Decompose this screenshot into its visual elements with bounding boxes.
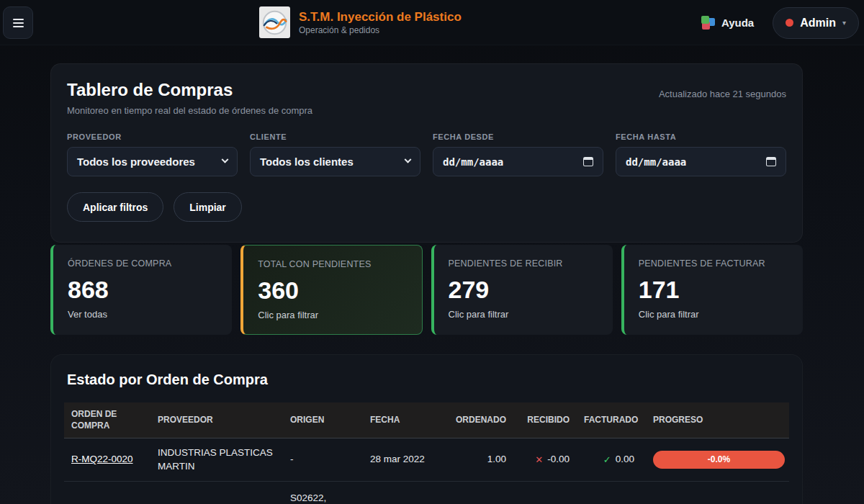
cell-ordenado [449,482,513,498]
top-navbar: S.T.M. Inyección de Plástico Operación &… [0,0,864,45]
fecha-hasta-label: FECHA HASTA [616,132,786,141]
proveedor-label: PROVEEDOR [67,132,238,141]
cell-fecha: 28 mar 2022 [363,447,449,472]
last-updated-text: Actualizado hace 21 segundos [659,89,786,99]
orders-table-title: Estado por Orden de Compra [67,372,786,388]
hamburger-menu-button[interactable] [3,6,33,39]
cell-ordenado: 1.00 [449,447,513,472]
cliente-selected-value: Todos los clientes [260,156,354,168]
cell-fecha [363,482,449,498]
cell-recibido: ✕ -0.00 [513,447,577,472]
column-header-ordenado: ORDENADO [449,409,513,432]
stat-label: PENDIENTES DE RECIBIR [449,258,598,269]
stat-card-ordenes-de-compra[interactable]: ÓRDENES DE COMPRA 868 Ver todas [50,245,232,335]
brand: S.T.M. Inyección de Plástico Operación &… [259,6,462,38]
proveedor-selected-value: Todos los proveedores [77,156,195,168]
stat-label: ÓRDENES DE COMPRA [68,258,217,269]
filter-field-fecha-desde: FECHA DESDE dd/mm/aaaa [433,132,603,176]
cell-orden [64,482,150,498]
proveedor-select[interactable]: Todos los proveedores [67,147,238,176]
user-name: Admin [800,17,836,30]
cell-facturado: ✓ 0.00 [577,447,642,472]
stat-value: 360 [258,278,407,302]
stat-cards: ÓRDENES DE COMPRA 868 Ver todas TOTAL CO… [50,245,803,335]
stat-value: 279 [449,277,598,302]
stat-value: 868 [68,277,217,302]
column-header-fecha: FECHA [363,409,449,432]
orders-table: ORDEN DE COMPRA PROVEEDOR ORIGEN FECHA O… [64,402,789,504]
stat-label: TOTAL CON PENDIENTES [258,259,407,269]
column-header-proveedor: PROVEEDOR [150,409,283,432]
fecha-desde-label: FECHA DESDE [433,132,603,141]
cell-proveedor [150,482,283,498]
cell-proveedor: INDUSTRIAS PLASTICAS MARTIN [150,441,283,478]
cliente-label: CLIENTE [250,132,420,141]
apply-filters-button[interactable]: Aplicar filtros [67,192,163,222]
stat-card-total-con-pendientes[interactable]: TOTAL CON PENDIENTES 360 Clic para filtr… [240,245,422,335]
x-icon: ✕ [535,454,543,467]
stat-card-pendientes-de-facturar[interactable]: PENDIENTES DE FACTURAR 171 Clic para fil… [621,245,803,335]
column-header-origen: ORIGEN [283,409,363,432]
filter-field-cliente: CLIENTE Todos los clientes [250,132,420,176]
facturado-value: 0.00 [616,453,634,466]
fecha-hasta-placeholder: dd/mm/aaaa [626,156,686,168]
calendar-icon[interactable] [583,157,593,166]
filter-actions: Aplicar filtros Limpiar [67,192,786,222]
fecha-hasta-input[interactable]: dd/mm/aaaa [616,147,786,176]
progress-bar: -0.0% [653,451,785,469]
stat-value: 171 [639,277,788,302]
user-menu-button[interactable]: Admin ▾ [773,7,859,39]
help-link[interactable]: Ayuda [701,16,754,30]
column-header-orden: ORDEN DE COMPRA [64,403,150,437]
recibido-value: -0.00 [547,453,570,466]
cell-orden: R-MQ22-0020 [64,447,150,472]
cell-facturado [577,482,642,498]
help-label: Ayuda [721,17,754,29]
user-status-dot-icon [786,19,793,27]
clear-filters-button[interactable]: Limpiar [174,192,242,222]
table-header-row: ORDEN DE COMPRA PROVEEDOR ORIGEN FECHA O… [64,402,789,438]
stat-label: PENDIENTES DE FACTURAR [639,258,788,269]
column-header-recibido: RECIBIDO [513,409,577,432]
filter-field-proveedor: PROVEEDOR Todos los proveedores [67,132,238,176]
cell-origen: S02622, S02624, [283,482,363,504]
cliente-select[interactable]: Todos los clientes [250,147,420,176]
cell-progreso: -0.0% [642,445,789,474]
progress-label: -0.0% [708,454,730,465]
stat-action-link: Ver todas [68,309,217,320]
table-row: R-MQ22-0020 INDUSTRIAS PLASTICAS MARTIN … [64,438,789,482]
column-header-facturado: FACTURADO [577,409,642,432]
order-link[interactable]: R-MQ22-0020 [71,454,133,464]
brand-title: S.T.M. Inyección de Plástico [299,9,462,24]
table-row: S02622, S02624, [64,482,789,504]
cell-origen: - [283,447,363,472]
filters-card: Tablero de Compras Monitoreo en tiempo r… [50,63,803,243]
filter-field-fecha-hasta: FECHA HASTA dd/mm/aaaa [616,132,786,176]
layers-icon [701,16,715,30]
stat-action-link: Clic para filtrar [258,310,407,320]
navbar-actions: Ayuda Admin ▾ [701,0,859,45]
calendar-icon[interactable] [766,157,776,166]
stat-action-link: Clic para filtrar [639,309,788,320]
fecha-desde-input[interactable]: dd/mm/aaaa [433,147,603,176]
check-icon: ✓ [603,454,611,467]
chevron-down-icon [222,156,229,163]
page-subtitle: Monitoreo en tiempo real del estado de ó… [67,105,786,116]
cell-recibido [513,482,577,498]
cell-progreso [642,482,789,498]
stat-card-pendientes-de-recibir[interactable]: PENDIENTES DE RECIBIR 279 Clic para filt… [431,245,613,335]
orders-table-card: Estado por Orden de Compra ORDEN DE COMP… [50,354,803,504]
caret-down-icon: ▾ [842,19,846,27]
fecha-desde-placeholder: dd/mm/aaaa [443,156,503,168]
purchasing-dashboard: S.T.M. Inyección de Plástico Operación &… [0,0,864,504]
stat-action-link: Clic para filtrar [449,309,598,320]
brand-text: S.T.M. Inyección de Plástico Operación &… [299,9,462,35]
filter-fields: PROVEEDOR Todos los proveedores CLIENTE … [67,132,786,176]
column-header-progreso: PROGRESO [642,409,789,432]
brand-subtitle: Operación & pedidos [299,25,462,35]
hamburger-icon [13,22,24,24]
chevron-down-icon [405,156,412,163]
company-logo-icon [259,6,290,38]
